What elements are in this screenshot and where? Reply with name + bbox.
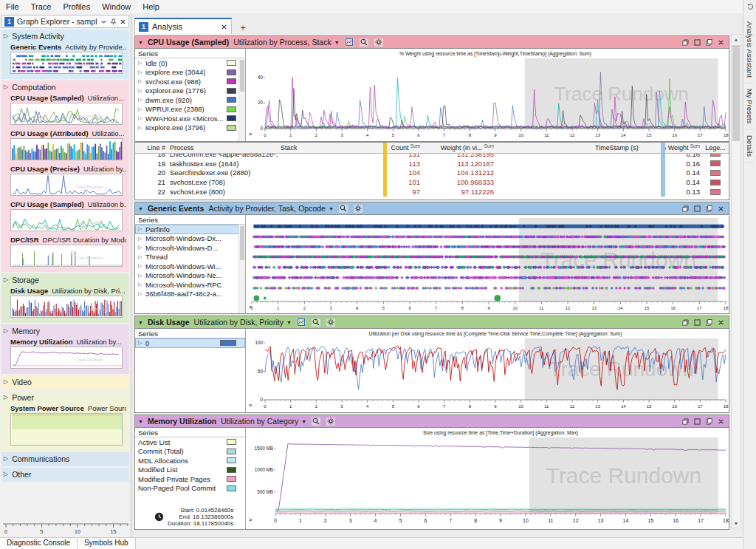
series-row[interactable]: ▷iexplore.exe (3044) xyxy=(135,68,245,78)
expander-icon[interactable]: ▷ xyxy=(4,455,8,462)
series-row[interactable]: ▷Perfinfo xyxy=(135,225,245,234)
restore-pane-icon[interactable] xyxy=(681,204,690,213)
series-scrollbar[interactable] xyxy=(238,58,245,141)
expander-icon[interactable]: ▷ xyxy=(4,33,8,39)
open-graph-icon[interactable] xyxy=(344,38,354,47)
close-icon[interactable] xyxy=(120,18,126,25)
rail-tab-my-presets[interactable]: My Presets xyxy=(746,83,754,130)
table-row[interactable]: 20SearchIndexer.exe (2880)104104.1312120… xyxy=(135,168,729,178)
series-row[interactable]: ▷iexplore.exe (3796) xyxy=(135,123,245,133)
series-row[interactable]: ▷Microsoft-Windows-RPC xyxy=(135,280,245,290)
series-row[interactable]: ▷Microsoft-Windows-D... xyxy=(135,243,245,253)
copy-pane-icon[interactable] xyxy=(704,318,714,327)
thumbnail-cpu2[interactable]: Trace Rundown xyxy=(10,174,123,196)
close-pane-icon[interactable] xyxy=(716,38,726,47)
open-graph-icon[interactable] xyxy=(296,318,306,327)
series-row[interactable]: ▷Thread xyxy=(135,253,245,262)
preset-dropdown[interactable]: Activity by Provider, Task, Opcode▼ xyxy=(208,204,333,213)
section-header[interactable]: ▷Power xyxy=(1,391,129,403)
table-row[interactable]: 18LiveComm.exe <apple-ae58a12e-...131131… xyxy=(135,154,729,159)
section-header[interactable]: ▷Video xyxy=(1,375,129,388)
menu-help[interactable]: Help xyxy=(137,1,165,12)
close-pane-icon[interactable] xyxy=(716,417,726,426)
thumbnail-mem[interactable]: Trace Rundown xyxy=(10,347,123,369)
expander-icon[interactable]: ▷ xyxy=(138,236,143,242)
maximize-pane-icon[interactable] xyxy=(693,38,702,47)
copy-pane-icon[interactable] xyxy=(704,204,714,213)
expander-icon[interactable]: ▷ xyxy=(138,226,143,232)
section-header[interactable]: ▷Storage xyxy=(1,273,129,286)
graph-explorer-item[interactable]: CPU Usage (Attributed)Utilizatio... xyxy=(1,129,129,164)
preset-dropdown[interactable]: Utilization by Process, Stack▼ xyxy=(233,38,339,47)
section-header[interactable]: ▷Memory xyxy=(1,324,129,337)
cpu-chart[interactable]: Trace Rundown% Weight using resource tim… xyxy=(246,49,729,141)
restore-pane-icon[interactable] xyxy=(681,318,690,327)
main-scrollbar[interactable]: ▲ ▼ xyxy=(731,34,741,528)
thumbnail-cpu3[interactable]: Trace Rundown xyxy=(10,209,123,231)
series-row[interactable]: Modified List xyxy=(135,466,245,475)
close-tab-icon[interactable] xyxy=(221,24,227,30)
expander-icon[interactable]: ▷ xyxy=(138,69,143,75)
rail-tab-analysis-assistant[interactable]: Analysis Assistant xyxy=(746,16,754,83)
expander-icon[interactable]: ▷ xyxy=(138,125,143,131)
events-chart[interactable]: Trace Rundown012345678910111213141516171… xyxy=(246,215,729,313)
chevron-down-icon[interactable] xyxy=(100,18,107,25)
pin-icon[interactable] xyxy=(110,18,117,25)
search-icon[interactable] xyxy=(338,204,348,214)
thumbnail-cpu1[interactable]: Trace Rundown xyxy=(10,103,123,125)
expander-icon[interactable]: ▷ xyxy=(4,378,8,385)
collapse-icon[interactable]: ▼ xyxy=(138,40,143,45)
table-header-row[interactable]: Line # Process Stack CountSum Weight (in… xyxy=(135,143,729,154)
graph-explorer-item[interactable]: CPU Usage (Sampled)Utilization...Trace R… xyxy=(1,93,129,129)
scroll-up-icon[interactable]: ▲ xyxy=(732,35,740,44)
gear-icon[interactable] xyxy=(326,318,336,327)
expander-icon[interactable]: ▷ xyxy=(138,263,143,269)
graph-explorer-item[interactable]: Disk UsageUtilization by Disk, Pri...Tra… xyxy=(1,286,129,321)
close-pane-icon[interactable] xyxy=(716,318,726,327)
expander-icon[interactable]: ▷ xyxy=(138,282,143,287)
scrollbar-thumb[interactable] xyxy=(732,45,740,141)
graph-explorer-item[interactable]: DPC/ISRDPC/ISR Duration by Modu...Trace … xyxy=(1,235,129,270)
cpu-panel-header[interactable]: ▼ CPU Usage (Sampled) Utilization by Pro… xyxy=(135,36,729,49)
collapse-icon[interactable]: ▼ xyxy=(138,320,143,325)
copy-pane-icon[interactable] xyxy=(704,417,714,426)
graph-explorer-titlebar[interactable]: 1 Graph Explorer - sample.etl xyxy=(1,15,129,28)
search-icon[interactable] xyxy=(311,318,321,327)
disk-chart[interactable]: Trace RundownUtilization per Disk using … xyxy=(246,329,729,412)
expander-icon[interactable]: ▷ xyxy=(138,340,143,346)
expander-icon[interactable]: ▷ xyxy=(138,106,143,112)
series-row[interactable]: ▷Idle (0) xyxy=(135,58,245,68)
graph-explorer-item[interactable]: Memory UtilizationUtilization by...Trace… xyxy=(1,337,129,372)
expander-icon[interactable]: ▷ xyxy=(4,327,8,334)
menu-trace[interactable]: Trace xyxy=(25,1,58,12)
search-icon[interactable] xyxy=(359,38,369,47)
restore-pane-icon[interactable] xyxy=(681,417,690,426)
memory-chart[interactable]: Trace RundownSize using resource time as… xyxy=(246,428,729,529)
expander-icon[interactable]: ▷ xyxy=(138,254,143,260)
table-row[interactable]: 21svchost.exe (708)101100.9683330.14 xyxy=(135,177,729,187)
copy-pane-icon[interactable] xyxy=(704,38,714,47)
expander-icon[interactable]: ▷ xyxy=(4,276,8,283)
maximize-pane-icon[interactable] xyxy=(693,204,702,213)
maximize-pane-icon[interactable] xyxy=(693,417,702,426)
disk-panel-header[interactable]: ▼ Disk Usage Utilization by Disk, Priori… xyxy=(135,316,729,329)
gear-icon[interactable] xyxy=(374,38,384,47)
series-row[interactable]: ▷Microsoft-Windows-Dx... xyxy=(135,234,245,244)
expander-icon[interactable]: ▷ xyxy=(138,60,143,66)
preset-dropdown[interactable]: Utilization by Disk, Priority▼ xyxy=(194,318,292,327)
series-row[interactable]: ▷36b6f488-aad7-48c2-a... xyxy=(135,290,245,299)
expander-icon[interactable]: ▷ xyxy=(138,78,143,84)
section-header[interactable]: ▷System Activity xyxy=(1,30,129,42)
series-row[interactable]: Modified Private Pages xyxy=(135,474,245,484)
series-row[interactable]: ▷WWAHost.exe <Micros... xyxy=(135,114,245,123)
expander-icon[interactable]: ▷ xyxy=(138,273,143,279)
expander-icon[interactable]: ▷ xyxy=(138,88,143,94)
maximize-pane-icon[interactable] xyxy=(693,318,702,327)
collapse-icon[interactable]: ▼ xyxy=(138,206,143,211)
expander-icon[interactable]: ▷ xyxy=(138,245,143,250)
expander-icon[interactable]: ▷ xyxy=(138,97,143,103)
graph-explorer-item[interactable]: CPU Usage (Sampled)Utilization b...Trace… xyxy=(1,200,129,235)
scroll-down-icon[interactable]: ▼ xyxy=(732,519,740,528)
collapse-icon[interactable]: ▼ xyxy=(138,419,143,424)
section-header[interactable]: ▷Communications xyxy=(1,452,129,465)
